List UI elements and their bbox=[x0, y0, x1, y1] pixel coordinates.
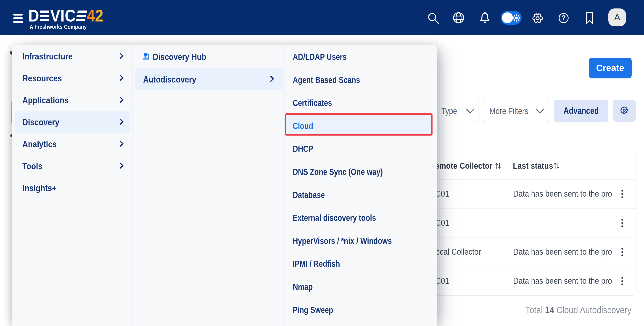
svg-text:?: ? bbox=[562, 14, 566, 22]
